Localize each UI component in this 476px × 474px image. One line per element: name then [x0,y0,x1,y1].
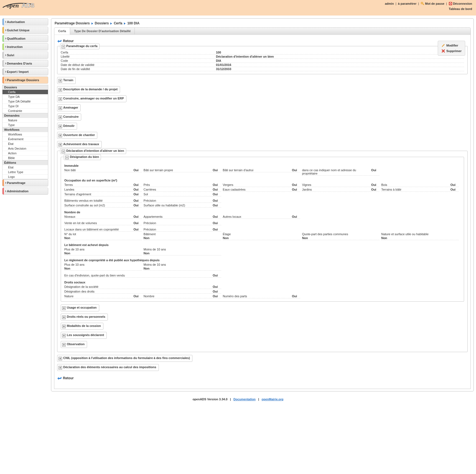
sidebar-item[interactable]: Type DA [2,94,48,99]
heading-occupation: Occupation du sol en superficie (m²) [64,176,460,183]
breadcrumb-item[interactable]: Dossiers [95,21,109,25]
toggle-modalites[interactable]: +Modalités de la cession [61,323,103,330]
field-row: Date de début de validité01/01/2016 [61,63,464,67]
dashboard-link[interactable]: Tableau de bord [449,7,472,11]
tabs: CerfaType De Dossier D'autorisation Déta… [54,27,471,35]
user-link[interactable]: admin [385,2,394,5]
toggle-ouverture[interactable]: +Ouverture de chantier [57,132,97,139]
sidebar-item[interactable]: Lettre Type [2,170,48,174]
sidebar-item[interactable]: Action [2,151,48,155]
fieldset-parametrage-cerfa: –Paramétrage du cerfa Cerfa100LibelléDéc… [57,46,468,74]
toggle-droits[interactable]: +Droits réels ou personnels [61,314,108,321]
sidebar-item[interactable]: Type DI [2,104,48,108]
field-row: Cerfa100 [61,50,464,55]
toggle-erp[interactable]: +Construire, aménager ou modifier un ERP [57,95,126,102]
sidebar-item[interactable]: État [2,165,48,170]
sidebar-section[interactable]: Qualification [2,35,48,42]
field-row: Date de fin de validité31/12/2033 [61,67,464,71]
sidebar-item[interactable]: Workflows [2,132,48,137]
breadcrumb-item[interactable]: Cerfa [114,21,122,25]
toggle-observation[interactable]: +Observation [61,341,87,348]
heading-immeuble: Immeuble [64,161,460,168]
sidebar-group-header: Workflows [2,127,48,132]
tab-type-dossier[interactable]: Type De Dossier D'autorisation Détaillé [70,28,135,34]
sidebar-item[interactable]: Type DA Détaillé [2,99,48,104]
sidebar-subpanel: DossiersCerfaType DAType DA DétailléType… [2,85,48,179]
legend-parametrage-cerfa[interactable]: –Paramétrage du cerfa [60,43,100,49]
toggle-soussignes[interactable]: +Les soussignés déclarent [61,332,107,339]
sidebar-section[interactable]: Paramétrage [2,179,48,186]
sidebar-item[interactable]: Événement [2,137,48,141]
delete-button[interactable]: Supprimer [441,48,462,54]
app-logo: open ADS [2,1,49,9]
sidebar-section[interactable]: Export / Import [2,68,48,75]
heading-nombre: Nombre de [64,208,460,214]
footer-openmairie-link[interactable]: openMairie.org [262,398,284,401]
svg-text:ADS: ADS [22,2,34,9]
tab-cerfa[interactable]: Cerfa [54,28,70,35]
field-row: CodeDIA [61,59,464,63]
sidebar-section[interactable]: Suivi [2,52,48,59]
toggle-cnil[interactable]: +CNIL (opposition à l'utilisation des in… [57,355,192,362]
sidebar-section[interactable]: Administration [2,188,48,195]
breadcrumb-arrow-icon [91,22,93,25]
sidebar-item[interactable]: Logo [2,174,48,179]
delete-icon [441,49,445,53]
sidebar-section[interactable]: Guichet Unique [2,27,48,34]
legend-dia[interactable]: –Déclaration d'intention d'aliéner un bi… [60,148,126,154]
toggle-description[interactable]: +Description de la demande / du projet [57,86,120,93]
sidebar-section[interactable]: Demandes D'avis [2,60,48,67]
toggle-declaration-impositions[interactable]: +Déclaration des éléments nécessaires au… [57,364,159,371]
heading-acheve: Le bâtiment est achevé depuis [64,240,460,247]
sidebar-section[interactable]: Autorisation [2,18,48,25]
pencil-icon [441,43,445,47]
toggle-usage[interactable]: +Usage et occupation [61,304,99,311]
sidebar-item[interactable]: État [2,141,48,146]
breadcrumb-item[interactable]: 100 DIA [127,21,139,25]
sidebar-item[interactable]: Cerfa [2,89,48,94]
toggle-terrain[interactable]: +Terrain [57,77,76,84]
footer-doc-link[interactable]: Documentation [233,398,256,401]
back-link-top[interactable]: Retour [57,39,468,43]
toggle-demolir[interactable]: +Démolir [57,123,77,130]
context-link[interactable]: à paramétrer [398,2,417,5]
sidebar-item[interactable]: Bible [2,155,48,160]
sidebar-item[interactable]: Type [2,122,48,127]
sidebar-item[interactable]: Nature [2,118,48,122]
header-actions: admin | à paramétrer | Mot de passe | Dé… [385,2,472,6]
toggle-amenager[interactable]: +Aménager [57,104,81,111]
breadcrumb-arrow-icon [110,22,112,25]
toggle-construire[interactable]: +Construire [57,114,81,121]
back-arrow-icon [57,376,62,380]
back-link-bottom[interactable]: Retour [57,376,468,380]
key-icon [421,2,424,6]
sidebar: AutorisationGuichet UniqueQualificationI… [2,18,48,196]
heading-droits-sociaux: Droits sociaux [64,278,460,285]
breadcrumb-item[interactable]: Paramétrage Dossiers [55,21,90,25]
power-icon [449,2,452,6]
sidebar-section[interactable]: Instruction [2,43,48,50]
field-row: LibelléDéclaration d'intention d'aliéner… [61,55,464,59]
sidebar-group-header: Éditions [2,160,48,165]
toggle-achevement[interactable]: +Achèvement des travaux [57,141,102,148]
form-frame: Retour Modifier Supprimer –Paramétrage d… [54,35,471,389]
fieldset-designation: –Désignation du bien Immeuble Non bâtiOu… [61,157,464,302]
heading-reglement: Le réglement de copropriété a été publié… [64,256,460,262]
svg-text:open: open [7,2,19,9]
app-header: open ADS admin | à paramétrer | Mot de p… [0,0,476,16]
edit-button[interactable]: Modifier [441,43,462,48]
content-panel: Paramétrage DossiersDossiersCerfa100 DIA… [51,18,474,391]
page-footer: openADS Version 3.34.0 | Documentation |… [0,394,476,405]
sidebar-item[interactable]: Avis Decision [2,146,48,151]
sidebar-group-header: Demandes [2,113,48,118]
sidebar-section[interactable]: Paramétrage Dossiers [2,76,48,84]
logout-link[interactable]: Déconnexion [449,2,472,5]
legend-designation[interactable]: –Désignation du bien [64,154,101,160]
sidebar-item[interactable]: Contrainte [2,108,48,113]
sidebar-group-header: Dossiers [2,85,48,89]
breadcrumb: Paramétrage DossiersDossiersCerfa100 DIA [54,21,471,27]
main-shell: AutorisationGuichet UniqueQualificationI… [0,16,476,394]
password-link[interactable]: Mot de passe [421,2,445,5]
breadcrumb-arrow-icon [124,22,126,25]
fieldset-dia: –Déclaration d'intention d'aliéner un bi… [57,151,468,352]
